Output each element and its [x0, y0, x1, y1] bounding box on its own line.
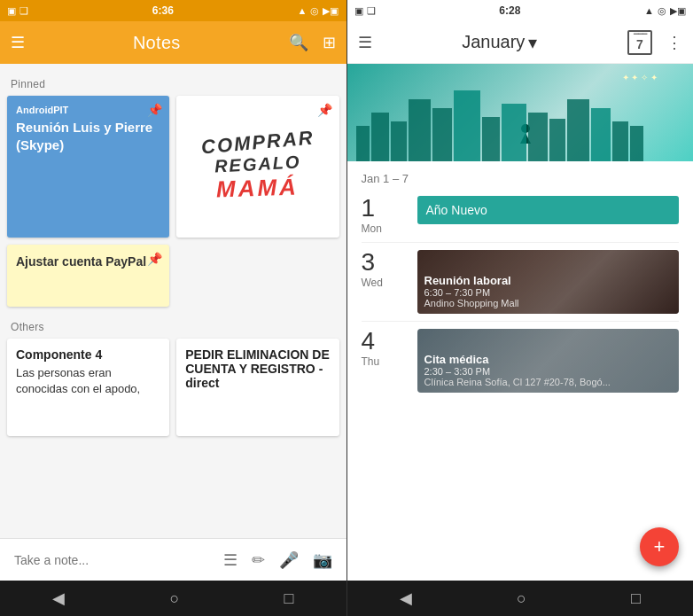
- toolbar-right-icons-right: ▔▔▔ 7 ⋮: [627, 30, 682, 55]
- notes-content: Pinned 📌 AndroidPIT Reunión Luis y Pierr…: [0, 64, 346, 538]
- status-bar-left: ▣ ❑ 6:36 ▲ ◎ ▶▣: [0, 0, 346, 21]
- list-icon[interactable]: ☰: [223, 552, 237, 568]
- divider-1: [362, 242, 680, 243]
- note-body-componente: Las personas eran conocidas con el apodo…: [16, 365, 160, 397]
- home-button-right[interactable]: ○: [517, 589, 526, 608]
- event-title-cita: Cita médica: [424, 353, 611, 366]
- right-status-icons-right: ▲ ◎ ▶▣: [644, 5, 686, 17]
- camera-icon[interactable]: 📷: [313, 552, 332, 568]
- calendar-content: Jan 1 – 7 1 Mon Año Nuevo 3 Wed: [347, 161, 694, 581]
- event-card-cita-medica[interactable]: Cita médica 2:30 – 3:30 PM Clínica Reina…: [417, 329, 680, 393]
- wifi-icon: ◎: [310, 5, 319, 17]
- hero-image: ✦ ✦ ✧ ✦: [347, 64, 694, 161]
- note-card-handwriting[interactable]: 📌 COMPRAR REGALO MAMÁ: [176, 96, 339, 238]
- calendar-icon[interactable]: ▔▔▔ 7: [627, 30, 652, 55]
- month-label: January: [462, 32, 525, 52]
- recents-button-left[interactable]: □: [284, 589, 294, 608]
- signal-icon-r: ▲: [644, 5, 654, 16]
- toolbar-right-icons: 🔍 ⊞: [289, 35, 336, 51]
- right-time: 6:28: [499, 4, 520, 17]
- left-time: 6:36: [152, 4, 174, 17]
- day-name-2: Wed: [362, 277, 410, 289]
- event-info-3: Cita médica 2:30 – 3:30 PM Clínica Reina…: [424, 353, 611, 387]
- toolbar-left: ☰ Notes 🔍 ⊞: [0, 21, 346, 64]
- right-panel: ▣ ❑ 6:28 ▲ ◎ ▶▣ ☰ January ▾ ▔▔▔ 7 ⋮ ✦ ✦ …: [347, 0, 694, 616]
- event-row-1[interactable]: 1 Mon Año Nuevo: [347, 192, 694, 238]
- note-label-androidpit: AndroidPIT: [16, 105, 160, 115]
- note-card-componente[interactable]: Componente 4 Las personas eran conocidas…: [7, 339, 169, 436]
- silent-icon: ❑: [19, 5, 28, 17]
- handwriting-canvas: 📌 COMPRAR REGALO MAMÁ: [176, 96, 339, 238]
- menu-icon-right[interactable]: ☰: [358, 35, 372, 51]
- event-time-2: 6:30 – 7:30 PM: [424, 287, 519, 298]
- grid-icon[interactable]: ⊞: [323, 35, 336, 51]
- others-grid: Componente 4 Las personas eran conocidas…: [7, 339, 339, 436]
- take-note-input[interactable]: [14, 553, 209, 567]
- note-card-reunion[interactable]: 📌 AndroidPIT Reunión Luis y Pierre (Skyp…: [7, 96, 169, 238]
- pin-icon-3: 📌: [147, 252, 162, 266]
- event-title-ano-nuevo: Año Nuevo: [426, 203, 671, 217]
- recents-button-right[interactable]: □: [631, 589, 641, 608]
- event-location-3: Clínica Reina Sofía, Cl 127 #20-78, Bogó…: [424, 377, 611, 387]
- day-name-1: Mon: [362, 222, 410, 235]
- event-location-2: Andino Shopping Mall: [424, 298, 519, 308]
- pin-icon-1: 📌: [147, 103, 162, 117]
- app-title: Notes: [133, 33, 181, 53]
- bottom-icons: ☰ ✏ 🎤 📷: [223, 552, 332, 568]
- signal-icon: ▲: [298, 5, 308, 16]
- notification-icon-r: ▣: [354, 5, 363, 17]
- note-card-paypal[interactable]: 📌 Ajustar cuenta PayPal: [7, 245, 169, 307]
- search-icon[interactable]: 🔍: [289, 35, 308, 51]
- event-row-2[interactable]: 3 Wed Reunión laboral 6:30 – 7:30 PM And…: [347, 246, 694, 317]
- bottom-bar-left: ☰ ✏ 🎤 📷: [0, 538, 346, 581]
- hero-buildings: [347, 90, 694, 161]
- event-column-2: Reunión laboral 6:30 – 7:30 PM Andino Sh…: [417, 250, 680, 314]
- nav-bar-right: ◀ ○ □: [347, 581, 694, 616]
- left-status-icons: ▣ ❑: [7, 5, 28, 17]
- event-card-reunion-laboral[interactable]: Reunión laboral 6:30 – 7:30 PM Andino Sh…: [417, 250, 680, 314]
- note-card-pedir[interactable]: PEDIR ELIMINACION DE CUENTA Y REGISTRO -…: [176, 339, 339, 436]
- battery-icon-r: ▶▣: [670, 5, 686, 17]
- left-panel: ▣ ❑ 6:36 ▲ ◎ ▶▣ ☰ Notes 🔍 ⊞ Pinned 📌 And…: [0, 0, 346, 616]
- note-title-paypal: Ajustar cuenta PayPal: [16, 253, 160, 269]
- notification-icon: ▣: [7, 5, 16, 17]
- event-row-3[interactable]: 4 Thu Cita médica 2:30 – 3:30 PM Clínica…: [347, 325, 694, 396]
- cal-number: 7: [636, 38, 643, 51]
- back-button-left[interactable]: ◀: [52, 589, 65, 608]
- event-card-ano-nuevo[interactable]: Año Nuevo: [417, 196, 680, 224]
- day-column-3: 4 Thu: [362, 329, 410, 368]
- nav-bar-left: ◀ ○ □: [0, 581, 346, 616]
- event-column-3: Cita médica 2:30 – 3:30 PM Clínica Reina…: [417, 329, 680, 393]
- event-time-3: 2:30 – 3:30 PM: [424, 366, 611, 377]
- hero-stars: ✦ ✦ ✧ ✦: [622, 73, 658, 82]
- week-range: Jan 1 – 7: [347, 161, 694, 192]
- pinned-label: Pinned: [7, 71, 339, 96]
- others-label: Others: [7, 314, 339, 339]
- month-title[interactable]: January ▾: [462, 32, 537, 53]
- home-button-left[interactable]: ○: [169, 589, 179, 608]
- divider-2: [362, 321, 680, 322]
- wifi-icon-r: ◎: [658, 5, 666, 17]
- draw-icon[interactable]: ✏: [252, 552, 265, 568]
- left-status-icons-right: ▣ ❑: [354, 5, 376, 17]
- menu-icon[interactable]: ☰: [11, 35, 25, 51]
- status-bar-right: ▣ ❑ 6:28 ▲ ◎ ▶▣: [347, 0, 694, 21]
- mic-icon[interactable]: 🎤: [279, 552, 299, 568]
- note-title-reunion: Reunión Luis y Pierre (Skype): [16, 119, 160, 153]
- hw-line-mama: MAMÁ: [216, 173, 300, 203]
- back-button-right[interactable]: ◀: [400, 589, 412, 608]
- more-icon[interactable]: ⋮: [666, 35, 682, 51]
- pinned-grid: 📌 AndroidPIT Reunión Luis y Pierre (Skyp…: [7, 96, 339, 238]
- note-title-pedir: PEDIR ELIMINACION DE CUENTA Y REGISTRO -…: [185, 347, 330, 390]
- day-name-3: Thu: [362, 355, 410, 368]
- day-number-3: 4: [362, 329, 410, 354]
- event-title-reunion-laboral: Reunión laboral: [424, 274, 519, 287]
- battery-icon: ▶▣: [323, 5, 339, 17]
- note-title-componente: Componente 4: [16, 347, 160, 362]
- day-column-2: 3 Wed: [362, 250, 410, 289]
- fab-add-button[interactable]: +: [640, 527, 679, 566]
- day-column-1: 1 Mon: [362, 196, 410, 235]
- pin-icon-2: 📌: [317, 103, 332, 117]
- day-number-1: 1: [362, 196, 410, 221]
- day-number-2: 3: [362, 250, 410, 275]
